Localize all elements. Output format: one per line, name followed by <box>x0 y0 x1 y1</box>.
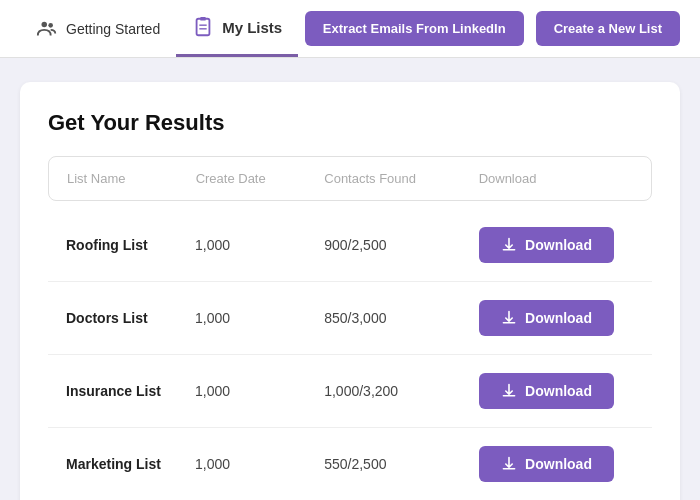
cell-list-name: Roofing List <box>66 237 195 253</box>
col-contacts-found: Contacts Found <box>324 171 478 186</box>
table-row: Doctors List 1,000 850/3,000 Download <box>48 282 652 355</box>
cell-contacts-found: 850/3,000 <box>324 310 479 326</box>
clipboard-icon <box>192 16 214 38</box>
people-icon <box>36 18 58 40</box>
nav-my-lists[interactable]: My Lists <box>176 0 298 57</box>
table-row: Marketing List 1,000 550/2,500 Download <box>48 428 652 500</box>
header-buttons: Extract Emails From LinkedIn Create a Ne… <box>305 11 680 46</box>
cell-download: Download <box>479 300 634 336</box>
create-new-list-button[interactable]: Create a New List <box>536 11 680 46</box>
header: Getting Started My Lists Extract Emails … <box>0 0 700 58</box>
cell-create-date: 1,000 <box>195 310 324 326</box>
svg-point-0 <box>42 21 48 27</box>
cell-list-name: Doctors List <box>66 310 195 326</box>
download-icon <box>501 383 517 399</box>
cell-contacts-found: 1,000/3,200 <box>324 383 479 399</box>
table-header: List Name Create Date Contacts Found Dow… <box>48 156 652 201</box>
nav-getting-started[interactable]: Getting Started <box>20 0 176 57</box>
cell-list-name: Marketing List <box>66 456 195 472</box>
table-row: Roofing List 1,000 900/2,500 Download <box>48 209 652 282</box>
col-create-date: Create Date <box>196 171 325 186</box>
results-card: Get Your Results List Name Create Date C… <box>20 82 680 500</box>
svg-rect-3 <box>200 17 206 21</box>
download-icon <box>501 237 517 253</box>
download-button[interactable]: Download <box>479 446 614 482</box>
extract-emails-button[interactable]: Extract Emails From LinkedIn <box>305 11 524 46</box>
svg-rect-2 <box>197 19 210 36</box>
svg-point-1 <box>48 23 53 28</box>
main-content: Get Your Results List Name Create Date C… <box>0 58 700 500</box>
card-title: Get Your Results <box>48 110 652 136</box>
cell-create-date: 1,000 <box>195 456 324 472</box>
col-download: Download <box>479 171 633 186</box>
cell-download: Download <box>479 373 634 409</box>
cell-download: Download <box>479 227 634 263</box>
download-icon <box>501 310 517 326</box>
cell-create-date: 1,000 <box>195 237 324 253</box>
cell-contacts-found: 550/2,500 <box>324 456 479 472</box>
download-button[interactable]: Download <box>479 227 614 263</box>
table-row: Insurance List 1,000 1,000/3,200 Downloa… <box>48 355 652 428</box>
getting-started-label: Getting Started <box>66 21 160 37</box>
download-button[interactable]: Download <box>479 300 614 336</box>
download-button[interactable]: Download <box>479 373 614 409</box>
cell-contacts-found: 900/2,500 <box>324 237 479 253</box>
download-icon <box>501 456 517 472</box>
my-lists-label: My Lists <box>222 19 282 36</box>
cell-create-date: 1,000 <box>195 383 324 399</box>
col-list-name: List Name <box>67 171 196 186</box>
cell-download: Download <box>479 446 634 482</box>
table-body: Roofing List 1,000 900/2,500 Download Do… <box>48 209 652 500</box>
cell-list-name: Insurance List <box>66 383 195 399</box>
